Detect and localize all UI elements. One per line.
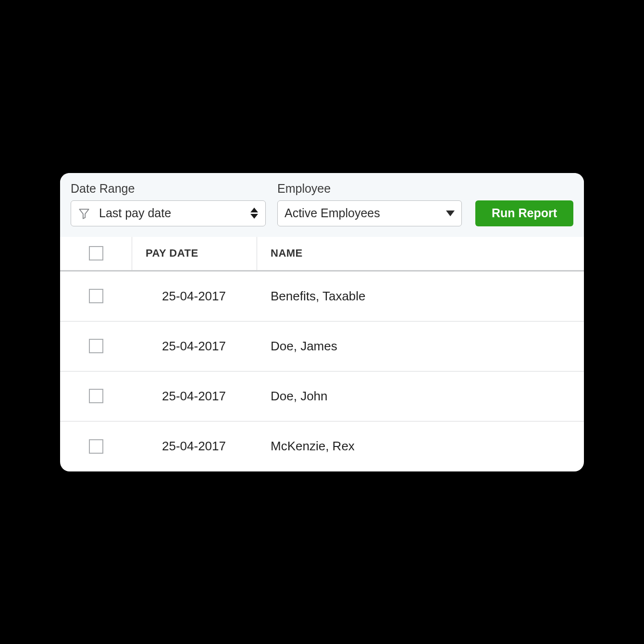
date-range-select[interactable]: Last pay date (71, 200, 266, 226)
row-checkbox[interactable] (89, 389, 103, 403)
cell-pay-date: 25-04-2017 (162, 339, 226, 353)
employee-label: Employee (277, 182, 462, 196)
table-row: 25-04-2017 Doe, James (60, 322, 584, 372)
results-table: PAY DATE NAME 25-04-2017 Benefits, Taxab… (60, 237, 584, 471)
cell-name: McKenzie, Rex (271, 439, 355, 453)
date-range-label: Date Range (71, 182, 266, 196)
employee-value: Active Employees (285, 206, 441, 220)
column-header-pay-date[interactable]: PAY DATE (146, 247, 198, 260)
row-checkbox[interactable] (89, 339, 103, 353)
table-row: 25-04-2017 Benefits, Taxable (60, 272, 584, 322)
cell-name: Doe, James (271, 339, 337, 353)
sort-double-arrow-icon (250, 208, 259, 219)
row-checkbox[interactable] (89, 289, 103, 303)
date-range-value: Last pay date (99, 206, 245, 220)
column-header-name[interactable]: NAME (271, 247, 303, 260)
table-header-row: PAY DATE NAME (60, 237, 584, 272)
cell-name: Benefits, Taxable (271, 289, 366, 303)
employee-field: Employee Active Employees (277, 182, 462, 226)
table-row: 25-04-2017 McKenzie, Rex (60, 421, 584, 471)
date-range-field: Date Range Last pay date (71, 182, 266, 226)
caret-down-icon (446, 211, 455, 216)
report-card: Date Range Last pay date Employee Active… (60, 173, 584, 471)
employee-select[interactable]: Active Employees (277, 200, 462, 226)
cell-pay-date: 25-04-2017 (162, 389, 226, 403)
row-checkbox[interactable] (89, 439, 103, 454)
funnel-icon (78, 207, 90, 220)
table-row: 25-04-2017 Doe, John (60, 372, 584, 421)
run-report-button[interactable]: Run Report (475, 200, 573, 226)
filter-bar: Date Range Last pay date Employee Active… (60, 173, 584, 237)
cell-name: Doe, John (271, 389, 328, 403)
cell-pay-date: 25-04-2017 (162, 439, 226, 453)
select-all-checkbox[interactable] (89, 246, 103, 260)
cell-pay-date: 25-04-2017 (162, 289, 226, 303)
